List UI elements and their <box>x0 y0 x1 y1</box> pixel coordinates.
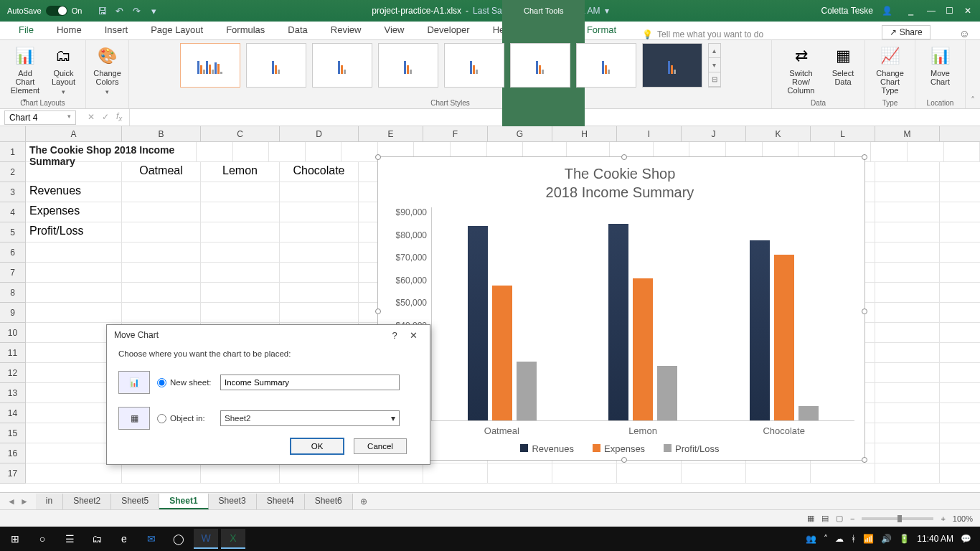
cell[interactable] <box>875 423 940 443</box>
sheet-tab-Sheet4[interactable]: Sheet4 <box>257 494 305 509</box>
tab-insert[interactable]: Insert <box>93 22 140 39</box>
cell[interactable] <box>201 222 280 242</box>
cell[interactable] <box>682 463 746 483</box>
cell[interactable] <box>875 463 940 483</box>
cell[interactable] <box>875 202 940 222</box>
close-icon[interactable]: ✕ <box>964 6 973 16</box>
tray-battery-icon[interactable]: 🔋 <box>899 534 910 544</box>
col-header-J[interactable]: J <box>682 126 746 141</box>
undo-icon[interactable]: ↶ <box>113 5 125 17</box>
row-header-9[interactable]: 9 <box>0 303 25 323</box>
tab-data[interactable]: Data <box>276 22 319 39</box>
qat-more-icon[interactable]: ▾ <box>148 5 159 17</box>
new-sheet-button[interactable]: ⊕ <box>353 496 374 507</box>
cell-title[interactable]: The Cookie Shop 2018 Income Summary <box>26 142 197 161</box>
maximize-icon[interactable]: ☐ <box>946 6 954 16</box>
file-explorer-icon[interactable]: 🗂 <box>85 529 109 549</box>
user-avatar-icon[interactable]: 👤 <box>882 6 892 16</box>
bar-Profit/Loss-Chocolate[interactable] <box>798 406 819 420</box>
view-page-layout-icon[interactable]: ▤ <box>821 514 829 523</box>
zoom-level[interactable]: 100% <box>953 514 973 523</box>
new-sheet-name-input[interactable] <box>220 375 400 390</box>
row-header-6[interactable]: 6 <box>0 242 25 263</box>
cell[interactable] <box>875 383 940 402</box>
tray-volume-icon[interactable]: 🔊 <box>881 534 892 544</box>
dialog-close-icon[interactable]: ✕ <box>404 330 423 341</box>
cell[interactable] <box>122 242 201 262</box>
cell[interactable] <box>875 443 940 463</box>
sheet-nav[interactable]: ◄► <box>0 496 36 507</box>
cell[interactable] <box>122 283 201 302</box>
col-header-C[interactable]: C <box>201 126 280 141</box>
col-header-A[interactable]: A <box>26 126 122 141</box>
cell[interactable]: Expenses <box>26 202 122 222</box>
cell[interactable] <box>122 202 201 222</box>
row-header-15[interactable]: 15 <box>0 423 25 443</box>
chart-style-2[interactable] <box>246 43 306 88</box>
cell[interactable] <box>617 463 682 483</box>
tray-people-icon[interactable]: 👥 <box>806 534 816 544</box>
start-button[interactable]: ⊞ <box>3 529 27 549</box>
cell[interactable] <box>875 283 940 302</box>
row-header-17[interactable]: 17 <box>0 463 25 484</box>
cancel-button[interactable]: Cancel <box>354 438 407 454</box>
cell[interactable] <box>811 463 875 483</box>
cell[interactable]: Oatmeal <box>122 162 201 182</box>
chart-title[interactable]: The Cookie Shop2018 Income Summary <box>385 164 854 202</box>
row-header-16[interactable]: 16 <box>0 443 25 463</box>
switch-row-column-button[interactable]: ⇄Switch Row/ Column <box>779 43 823 96</box>
cell[interactable] <box>280 463 359 483</box>
cell[interactable] <box>871 142 908 161</box>
chrome-icon[interactable]: ◯ <box>166 529 191 549</box>
cell[interactable] <box>875 303 940 322</box>
tab-formulas[interactable]: Formulas <box>215 22 276 39</box>
change-chart-type-button[interactable]: 📈Change Chart Type <box>872 43 908 96</box>
outlook-icon[interactable]: ✉ <box>139 529 164 549</box>
bar-Revenues-Oatmeal[interactable] <box>468 226 488 420</box>
tray-clock[interactable]: 11:40 AM <box>917 534 953 544</box>
view-normal-icon[interactable]: ▦ <box>807 514 814 523</box>
col-header-G[interactable]: G <box>488 126 552 141</box>
col-header-F[interactable]: F <box>423 126 488 141</box>
cell[interactable] <box>26 162 122 182</box>
row-header-13[interactable]: 13 <box>0 383 25 403</box>
cell[interactable] <box>122 182 201 202</box>
tab-page-layout[interactable]: Page Layout <box>139 22 215 39</box>
object-in-select[interactable]: Sheet2▾ <box>220 410 400 426</box>
cell[interactable]: Chocolate <box>280 162 359 182</box>
view-page-break-icon[interactable]: ▢ <box>836 514 843 523</box>
dialog-help-icon[interactable]: ? <box>385 330 404 341</box>
cell[interactable] <box>201 463 280 483</box>
sheet-tab-Sheet2[interactable]: Sheet2 <box>63 494 111 509</box>
chart-style-1[interactable] <box>180 43 240 88</box>
cell[interactable] <box>280 202 359 222</box>
cell[interactable] <box>552 463 617 483</box>
sheet-tab-Sheet1[interactable]: Sheet1 <box>159 494 208 509</box>
cell[interactable] <box>944 142 980 161</box>
sheet-tab-in[interactable]: in <box>36 494 63 509</box>
cell[interactable] <box>201 202 280 222</box>
row-header-2[interactable]: 2 <box>0 162 25 182</box>
row-header-14[interactable]: 14 <box>0 403 25 423</box>
tab-file[interactable]: File <box>7 22 45 39</box>
cell[interactable] <box>26 463 122 483</box>
bar-Revenues-Lemon[interactable] <box>608 224 628 420</box>
cell[interactable] <box>875 222 940 242</box>
zoom-in-icon[interactable]: + <box>941 514 945 523</box>
cell[interactable] <box>122 303 201 322</box>
cell[interactable] <box>201 303 280 322</box>
enter-formula-icon[interactable]: ✓ <box>102 112 109 122</box>
add-chart-element-button[interactable]: 📊Add Chart Element <box>7 43 43 106</box>
bar-Expenses-Chocolate[interactable] <box>774 255 794 420</box>
bar-Profit/Loss-Oatmeal[interactable] <box>517 362 537 421</box>
chart-style-4[interactable] <box>378 43 438 88</box>
feedback-icon[interactable]: ☺ <box>959 27 970 39</box>
cell[interactable] <box>908 142 944 161</box>
tray-up-icon[interactable]: ˄ <box>824 534 828 544</box>
cell[interactable] <box>423 463 488 483</box>
select-data-button[interactable]: ▦Select Data <box>829 43 857 88</box>
cell[interactable] <box>26 263 122 282</box>
cell[interactable] <box>26 303 122 322</box>
user-name[interactable]: Coletta Teske <box>821 6 874 16</box>
cell[interactable] <box>488 463 552 483</box>
